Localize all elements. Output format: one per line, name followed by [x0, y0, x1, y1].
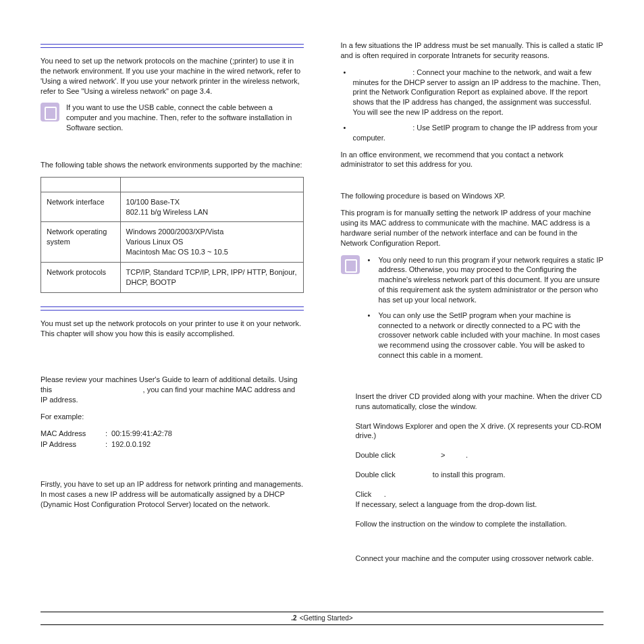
proc-text: The following procedure is based on Wind…	[341, 191, 604, 201]
rule-pair	[41, 306, 304, 311]
table-row: Network protocols TCP/IP, Standard TCP/I…	[41, 262, 304, 292]
footer-label: <Getting Started>	[300, 614, 353, 623]
static-intro: In a few situations the IP address must …	[341, 41, 604, 61]
note-list: You only need to run this program if you…	[367, 255, 604, 366]
step: Double click to install this program.	[341, 470, 604, 480]
connect-text: Connect your machine and the computer us…	[341, 554, 604, 564]
step: Double click > .	[341, 450, 604, 460]
list-item: : Connect your machine to the network, a…	[341, 68, 604, 117]
note-box: If you want to use the USB cable, connec…	[41, 103, 304, 133]
step: Click . If necessary, select a language …	[341, 489, 604, 510]
step: Start Windows Explorer and open the X dr…	[341, 421, 604, 441]
step: Insert the driver CD provided along with…	[341, 392, 604, 412]
office-text: In an office environment, we recommend t…	[341, 150, 604, 170]
note-text: If you want to use the USB cable, connec…	[66, 103, 304, 133]
table-row: Network interface 10/100 Base-TX 802.11 …	[41, 192, 304, 222]
wired-intro: You must set up the network protocols on…	[41, 319, 304, 339]
rule-pair	[41, 44, 304, 48]
list-item: You can only use the SetIP program when …	[367, 311, 604, 360]
install-steps: Insert the driver CD provided along with…	[341, 392, 604, 529]
list-item: You only need to run this program if you…	[367, 255, 604, 305]
page-number: .2	[291, 614, 296, 623]
note-icon	[41, 103, 59, 122]
right-column: In a few situations the IP address must …	[341, 41, 604, 570]
ip-methods-list: : Connect your machine to the network, a…	[341, 68, 604, 143]
table-intro: The following table shows the network en…	[41, 160, 304, 170]
note-box: You only need to run this program if you…	[341, 255, 604, 366]
left-column: You need to set up the network protocols…	[41, 41, 304, 570]
step: Follow the instruction on the window to …	[341, 519, 604, 529]
ip-row: IP Address:192.0.0.192	[41, 439, 304, 450]
page-footer: .2 <Getting Started>	[41, 612, 603, 625]
table-row: Network operating system Windows 2000/20…	[41, 222, 304, 263]
review-text: Please review your machines User's Guide…	[41, 375, 304, 405]
mac-row: MAC Address:00:15:99:41:A2:78	[41, 429, 304, 439]
intro-text: You need to set up the network protocols…	[41, 56, 304, 96]
dhcp-text: Firstly, you have to set up an IP addres…	[41, 479, 304, 510]
note-icon	[341, 255, 360, 274]
desc-text: This program is for manually setting the…	[341, 208, 604, 248]
spec-table: Network interface 10/100 Base-TX 802.11 …	[41, 177, 304, 293]
for-example: For example:	[41, 412, 304, 422]
list-item: : Use SetIP program to change the IP add…	[341, 123, 604, 143]
